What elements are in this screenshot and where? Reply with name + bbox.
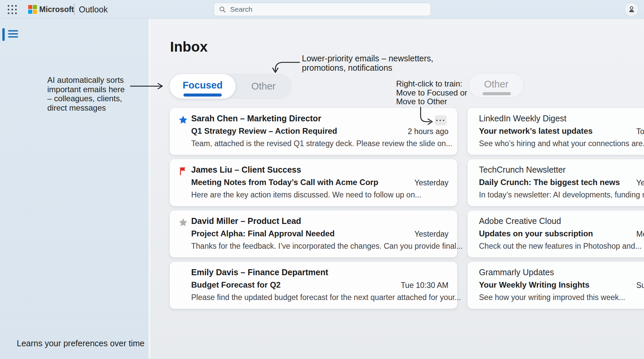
search-input[interactable] [230, 5, 426, 13]
annotation-learns: Learns your preferences over time [17, 339, 145, 348]
email-subject: Meeting Notes from Today’s Call with Acm… [191, 178, 378, 187]
account-button[interactable] [625, 2, 639, 16]
more-options-button[interactable]: ··· [435, 115, 447, 125]
menu-toggle-button[interactable] [7, 29, 19, 40]
email-preview: In today’s newsletter: AI developments, … [479, 190, 644, 199]
email-preview: Please find the updated budget forecast … [191, 293, 461, 302]
other-column-heading[interactable]: Other [468, 73, 524, 98]
microsoft-logo-icon [28, 5, 37, 14]
tab-other[interactable]: Other [235, 74, 291, 99]
sidebar-divider [149, 19, 150, 359]
email-subject: Daily Crunch: The biggest tech news [479, 178, 620, 187]
email-preview: Here are the key action items discussed.… [191, 190, 421, 199]
flag-icon[interactable] [178, 166, 188, 176]
email-subject: Project Alpha: Final Approval Needed [191, 229, 335, 238]
page-title: Inbox [170, 39, 208, 55]
email-preview: See who’s hiring and what your connectio… [479, 139, 644, 148]
email-row-techcrunch[interactable]: TechCrunch Newsletter Daily Crunch: The … [468, 159, 644, 206]
annotation-other: Lower-priority emails – newsletters, pro… [302, 54, 433, 72]
annotation-focused: AI automatically sorts important emails … [47, 75, 125, 112]
account-person-icon [627, 5, 636, 14]
email-row-david-miller[interactable]: David Miller – Product Lead Project Alph… [170, 211, 457, 257]
outlook-window: Microsoft Outlook AI automatically sorts… [0, 0, 644, 359]
email-time: Yesterday [415, 230, 448, 239]
email-preview: Check out the new features in Photoshop … [479, 242, 642, 251]
arrow-to-other [275, 62, 300, 71]
search-icon [219, 6, 226, 13]
tab-other-label: Other [251, 81, 276, 92]
email-preview: See how your writing improved this week.… [479, 293, 625, 302]
brand-divider [74, 4, 74, 15]
email-row-grammarly[interactable]: Grammarly Updates Your Weekly Writing In… [468, 262, 644, 309]
email-sender: Sarah Chen – Marketing Director [191, 114, 321, 123]
email-time: Sun [636, 281, 644, 290]
email-row-james-liu[interactable]: James Liu – Client Success Meeting Notes… [170, 159, 457, 206]
email-row-linkedin[interactable]: LinkedIn Weekly Digest Your network’s la… [468, 108, 644, 155]
hamburger-icon [8, 30, 18, 32]
other-heading-label: Other [484, 79, 508, 90]
email-row-sarah-chen[interactable]: Sarah Chen – Marketing Director Q1 Strat… [170, 108, 457, 155]
email-row-adobe[interactable]: Adobe Creative Cloud Updates on your sub… [468, 211, 644, 257]
email-subject: Your network’s latest updates [479, 126, 593, 136]
email-time: Yest [636, 178, 644, 187]
email-time: Tue 10:30 AM [401, 281, 448, 290]
left-sidebar [0, 19, 149, 359]
top-bar: Microsoft Outlook [0, 0, 644, 19]
app-name-label: Outlook [79, 5, 108, 14]
email-sender: James Liu – Client Success [191, 165, 301, 175]
search-bar[interactable] [214, 3, 431, 16]
email-sender: LinkedIn Weekly Digest [479, 114, 567, 123]
email-preview: Thanks for the feedback. I’ve incorporat… [191, 242, 463, 251]
email-subject: Updates on your subscription [479, 229, 593, 238]
email-preview: Team, attached is the revised Q1 strateg… [191, 139, 452, 148]
email-subject: Your Weekly Writing Insights [479, 280, 589, 290]
tab-focused-label: Focused [182, 80, 222, 91]
email-time: 2 hours ago [408, 127, 448, 136]
tab-focused[interactable]: Focused [170, 74, 235, 99]
inbox-tab-switch: Focused Other [170, 74, 291, 99]
tab-focused-underline [183, 94, 222, 97]
email-row-emily-davis[interactable]: Emily Davis – Finance Department Budget … [170, 262, 457, 309]
app-launcher-icon [8, 5, 17, 14]
star-icon[interactable] [178, 218, 188, 228]
email-sender: Adobe Creative Cloud [479, 216, 561, 226]
email-sender: TechCrunch Newsletter [479, 165, 566, 175]
microsoft-brand-label: Microsoft [39, 5, 74, 14]
email-sender: Grammarly Updates [479, 267, 554, 277]
sidebar-accent-bar [2, 28, 5, 41]
email-time: To [636, 127, 644, 136]
email-subject: Budget Forecast for Q2 [191, 280, 281, 290]
annotation-train: Right-click to train: Move to Focused or… [396, 79, 467, 106]
app-launcher-button[interactable] [5, 3, 19, 16]
star-icon[interactable] [178, 115, 188, 125]
other-heading-underline [483, 92, 511, 95]
email-sender: David Miller – Product Lead [191, 216, 301, 226]
email-sender: Emily Davis – Finance Department [191, 267, 328, 277]
email-time: Mor [636, 230, 644, 239]
email-subject: Q1 Strategy Review – Action Required [191, 126, 337, 136]
email-time: Yesterday [415, 178, 448, 187]
